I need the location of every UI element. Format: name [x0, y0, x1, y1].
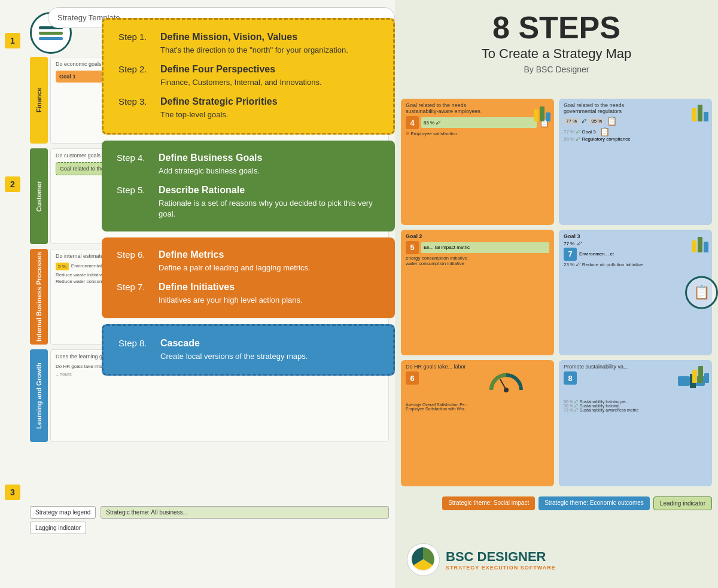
step-3-content: Define Strategic Priorities The top-leve…	[160, 96, 278, 120]
step-6-title: Define Metrics	[159, 249, 311, 260]
step-6-desc: Define a pair of leading and lagging met…	[159, 263, 311, 273]
goal-8-chart	[692, 365, 709, 383]
step-5-content: Describe Rationale Rationale is a set of…	[159, 185, 380, 220]
step-card-green: Step 4. Define Business Goals Add strate…	[102, 141, 395, 232]
goal-right-1-card: Goal related to the needsgovernmental re…	[559, 99, 712, 225]
learning-label: Learning and Growth	[30, 349, 48, 442]
step-4-title: Define Business Goals	[159, 153, 262, 163]
goal-right-2-chart	[692, 234, 708, 252]
goal-5-card: Goal 2 5 En... tal impact metric energy …	[401, 230, 554, 356]
goal-right-1-pcts: 77 % 🖊 95 % 📋	[564, 116, 707, 126]
goal-8-card: Promote sustainability va... 8 90 % 🖊	[559, 360, 712, 486]
step-8-content: Cascade Create local versions of the str…	[160, 338, 308, 362]
goal-6-metrics: Average Overall Satisfaction Pe... Emplo…	[406, 403, 549, 411]
goal-right-2-pcts: 77 % 🖊	[564, 241, 707, 246]
step-card-orange: Step 6. Define Metrics Define a pair of …	[102, 237, 395, 318]
goal-4-badge: 4	[406, 116, 419, 129]
step-8-title: Cascade	[160, 338, 308, 349]
step-1-title: Define Mission, Vision, Values	[160, 32, 348, 42]
theme-leading: Leading indicator	[653, 496, 712, 510]
clipboard-icon: 📋	[693, 285, 710, 300]
step-card-blue: Step 8. Cascade Create local versions of…	[102, 324, 395, 376]
goal-6-title: Do HR goals take... labor	[406, 364, 549, 370]
step-7-row: Step 7. Define Initiatives Initiatives a…	[117, 282, 380, 306]
right-panel: 8 STEPS To Create a Strategy Map By BSC …	[395, 0, 718, 588]
circle-7-overlay: 📋	[685, 276, 718, 309]
step-8-desc: Create local versions of the strategy ma…	[160, 351, 308, 362]
sustainability-training: Sustainability training pe...	[580, 400, 629, 404]
theme-economic: Strategic theme: Economic outcomes	[538, 496, 650, 510]
step-7-label: Step 7.	[117, 282, 159, 292]
legend-row-2: Lagging indicator	[30, 522, 389, 534]
rp-sub-title: To Create a Strategy Map	[407, 46, 706, 62]
logo-bar-2	[39, 32, 63, 35]
number-badges: 1 2 3	[0, 0, 24, 588]
goal-6-badge-row: 6	[406, 371, 549, 385]
bsc-sub: STRATEGY EXECUTION SOFTWARE	[446, 565, 556, 571]
rp-title-area: 8 STEPS To Create a Strategy Map By BSC …	[407, 12, 706, 74]
step-8-label: Step 8.	[118, 338, 160, 348]
goal-4-card: Goal related to the needssustainability-…	[401, 99, 554, 225]
goal-4-badge-row: 4 85 % 🖊 📋	[406, 116, 549, 129]
bsc-circle-logo	[407, 543, 440, 576]
step-3-desc: The top-level goals.	[160, 109, 278, 120]
step-7-title: Define Initiatives	[159, 282, 303, 293]
bsc-name: BSC DESIGNER	[446, 549, 556, 565]
step-7-content: Define Initiatives Initiatives are your …	[159, 282, 303, 306]
step-card-yellow: Step 1. Define Mission, Vision, Values T…	[102, 18, 395, 135]
step-3-label: Step 3.	[118, 96, 160, 106]
step-6-label: Step 6.	[117, 249, 159, 260]
goal-4-metric: Employee satisfaction	[406, 131, 549, 136]
step-3-title: Define Strategic Priorities	[160, 96, 278, 107]
customer-label: Customer	[30, 148, 48, 244]
step-6-content: Define Metrics Define a pair of leading …	[159, 249, 311, 273]
bsc-text-area: BSC DESIGNER STRATEGY EXECUTION SOFTWARE	[446, 549, 556, 571]
step-1-desc: That's the direction to the "north" for …	[160, 45, 348, 56]
step-6-row: Step 6. Define Metrics Define a pair of …	[117, 249, 380, 273]
goal-5-pct: En... tal impact metric	[421, 242, 549, 253]
goal-4-title: Goal related to the needssustainability-…	[406, 102, 549, 114]
badge-1: 1	[5, 33, 20, 48]
rp-author: By BSC Designer	[407, 65, 706, 74]
goal-4-chart	[534, 103, 550, 121]
badge-3: 3	[5, 485, 20, 500]
goal-right-1-title: Goal related to the needsgovernmental re…	[564, 102, 707, 114]
step-4-content: Define Business Goals Add strategic busi…	[159, 153, 262, 176]
legend-row-1: Strategy map legend Strategic theme: All…	[30, 506, 389, 519]
goals-grid: Goal related to the needssustainability-…	[401, 99, 712, 486]
legend-area: Strategy map legend Strategic theme: All…	[30, 506, 389, 534]
goal-right-1-metrics: 77 % 🖊 Goal 3 📋 95 % 🖊 Regulatory compli…	[564, 127, 707, 142]
strategic-themes: Strategic theme: Social impact Strategic…	[401, 496, 712, 510]
legend-strategy-map: Strategy map legend	[30, 506, 96, 519]
goal-5-badge: 5	[406, 241, 419, 254]
goal-8-metrics: 90 % 🖊 Sustainability training pe... 90 …	[564, 400, 707, 412]
svg-point-1	[504, 388, 509, 392]
goal-6-card: Do HR goals take... labor 6 Average Over…	[401, 360, 554, 486]
logo-bar-3	[39, 37, 63, 40]
step-5-row: Step 5. Describe Rationale Rationale is …	[117, 185, 380, 220]
goal-right-2-badge-row: 7 Environmen... ct	[564, 248, 707, 261]
step-4-desc: Add strategic business goals.	[159, 166, 262, 176]
theme-social: Strategic theme: Social impact	[442, 496, 535, 510]
goal-6-badge: 6	[406, 371, 419, 385]
step-1-content: Define Mission, Vision, Values That's th…	[160, 32, 348, 56]
rp-main-title: 8 STEPS	[407, 12, 706, 43]
goal-8-badge: 8	[564, 371, 577, 385]
step-1-row: Step 1. Define Mission, Vision, Values T…	[118, 32, 378, 56]
step-2-row: Step 2. Define Four Perspectives Finance…	[118, 64, 378, 88]
step-5-label: Step 5.	[117, 185, 159, 195]
badge-2: 2	[5, 176, 20, 192]
step-2-desc: Finance, Customers, Internal, and Innova…	[160, 77, 322, 88]
main-container: 1 2 3 Strategy Template Finance Do econo…	[0, 0, 718, 588]
goal-7-badge: 7	[564, 248, 577, 261]
goal-5-title: Goal 2	[406, 233, 549, 239]
goal-right-2-metric: Environmen... ct	[579, 251, 614, 257]
step-2-title: Define Four Perspectives	[160, 64, 322, 75]
legend-strategic-theme-1: Strategic theme: All business...	[101, 506, 389, 519]
bsc-logo: BSC DESIGNER STRATEGY EXECUTION SOFTWARE	[407, 543, 556, 576]
gauge-icon	[488, 372, 524, 393]
svg-rect-2	[678, 376, 690, 386]
step-2-label: Step 2.	[118, 64, 160, 74]
sustainability-awareness: Sustainability awareness metric	[580, 408, 638, 412]
steps-overlay: Step 1. Define Mission, Vision, Values T…	[102, 18, 395, 376]
